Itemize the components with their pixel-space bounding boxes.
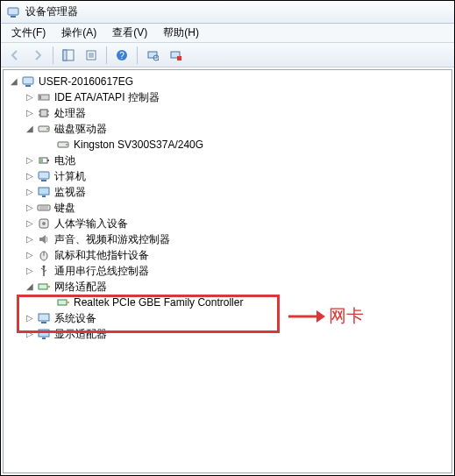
annotation-label: 网卡 bbox=[329, 304, 364, 328]
tree-item-label: 系统设备 bbox=[54, 310, 96, 326]
tree-item-label: 键盘 bbox=[54, 200, 75, 216]
scan-hardware-button[interactable] bbox=[142, 46, 163, 65]
usb-icon bbox=[37, 264, 51, 278]
computer-icon bbox=[37, 169, 51, 183]
svg-rect-29 bbox=[47, 160, 49, 161]
svg-rect-51 bbox=[42, 337, 46, 339]
keyboard-icon bbox=[37, 201, 51, 215]
svg-rect-46 bbox=[58, 300, 67, 305]
tree-item[interactable]: ▷ 声音、视频和游戏控制器 bbox=[5, 231, 451, 247]
svg-rect-10 bbox=[148, 52, 157, 58]
tree-item[interactable]: ▷ 人体学输入设备 bbox=[5, 216, 451, 231]
tree-child-item[interactable]: Kingston SV300S37A/240G bbox=[5, 137, 451, 153]
expand-icon[interactable]: ▷ bbox=[25, 187, 35, 197]
svg-rect-0 bbox=[8, 8, 18, 15]
svg-rect-45 bbox=[47, 286, 50, 288]
sound-icon bbox=[37, 232, 51, 246]
separator bbox=[137, 46, 138, 64]
tree-item[interactable]: ▷ 系统设备 bbox=[5, 310, 451, 326]
network-adapter-icon bbox=[37, 280, 51, 294]
expand-icon[interactable]: ▷ bbox=[25, 218, 35, 229]
svg-rect-44 bbox=[39, 284, 47, 289]
back-button bbox=[4, 46, 25, 65]
tree-item[interactable]: ▷ 计算机 bbox=[5, 168, 451, 184]
svg-rect-35 bbox=[38, 205, 50, 210]
tree-root[interactable]: ◢ USER-20160617EG bbox=[5, 74, 451, 89]
menu-view[interactable]: 查看(V) bbox=[105, 24, 154, 42]
tree-item-label: 显示适配器 bbox=[54, 326, 107, 342]
svg-rect-49 bbox=[41, 322, 46, 323]
tree-item[interactable]: ▷ IDE ATA/ATAPI 控制器 bbox=[5, 89, 451, 105]
expand-icon[interactable]: ▷ bbox=[25, 329, 35, 339]
collapse-icon[interactable]: ◢ bbox=[9, 76, 19, 87]
tree-item[interactable]: ◢ 磁盘驱动器 bbox=[5, 121, 451, 137]
show-hide-tree-button[interactable] bbox=[58, 46, 79, 65]
svg-rect-1 bbox=[11, 16, 16, 18]
svg-rect-31 bbox=[39, 172, 49, 179]
expand-icon[interactable]: ▷ bbox=[25, 171, 35, 181]
network-adapter-icon bbox=[56, 295, 70, 309]
svg-rect-47 bbox=[67, 302, 69, 303]
separator bbox=[106, 46, 107, 64]
monitor-icon bbox=[37, 185, 51, 199]
tree-item-label: 监视器 bbox=[54, 184, 86, 200]
hid-icon bbox=[37, 217, 51, 231]
menu-file[interactable]: 文件(F) bbox=[4, 24, 53, 42]
svg-rect-18 bbox=[39, 96, 41, 99]
menu-action[interactable]: 操作(A) bbox=[54, 24, 103, 42]
tree-item-label: 处理器 bbox=[54, 105, 86, 121]
menu-help[interactable]: 帮助(H) bbox=[156, 24, 206, 42]
device-tree[interactable]: ◢ USER-20160617EG ▷ IDE ATA/ATAPI 控制器 ▷ … bbox=[3, 69, 452, 473]
separator bbox=[53, 46, 53, 64]
ide-controller-icon bbox=[37, 90, 51, 104]
expand-icon[interactable]: ▷ bbox=[25, 313, 35, 323]
window-title: 设备管理器 bbox=[25, 4, 78, 19]
tree-item-label: 人体学输入设备 bbox=[54, 216, 128, 231]
expand-icon[interactable]: ▷ bbox=[25, 234, 35, 245]
cpu-icon bbox=[37, 106, 51, 120]
svg-point-27 bbox=[66, 144, 68, 146]
svg-point-39 bbox=[42, 222, 46, 225]
expand-icon[interactable]: ▷ bbox=[25, 202, 35, 213]
tree-root-label: USER-20160617EG bbox=[39, 74, 133, 89]
battery-icon bbox=[37, 153, 51, 167]
tree-item-label: 声音、视频和游戏控制器 bbox=[54, 231, 170, 247]
properties-button[interactable] bbox=[81, 46, 102, 65]
tree-item-label: IDE ATA/ATAPI 控制器 bbox=[54, 89, 160, 105]
collapse-icon[interactable]: ◢ bbox=[25, 281, 35, 292]
help-button[interactable]: ? bbox=[111, 46, 132, 65]
svg-rect-34 bbox=[42, 195, 46, 197]
tree-item[interactable]: ▷ 通用串行总线控制器 bbox=[5, 263, 451, 279]
expand-icon[interactable]: ▷ bbox=[25, 92, 35, 103]
tree-item-network[interactable]: ◢ 网络适配器 bbox=[5, 279, 451, 295]
titlebar: 设备管理器 bbox=[1, 1, 454, 24]
svg-rect-32 bbox=[41, 180, 46, 181]
device-manager-icon bbox=[6, 5, 20, 19]
tree-item[interactable]: ▷ 监视器 bbox=[5, 184, 451, 200]
tree-item-label: 电池 bbox=[54, 153, 75, 168]
tree-item[interactable]: ▷ 电池 bbox=[5, 153, 451, 168]
expand-icon[interactable]: ▷ bbox=[25, 155, 35, 166]
collapse-icon[interactable]: ◢ bbox=[25, 124, 35, 134]
tree-item[interactable]: ▷ 键盘 bbox=[5, 200, 451, 216]
expand-icon[interactable]: ▷ bbox=[25, 108, 35, 118]
expand-icon[interactable]: ▷ bbox=[25, 266, 35, 276]
tree-item[interactable]: ▷ 显示适配器 bbox=[5, 326, 451, 342]
svg-rect-14 bbox=[177, 56, 181, 60]
uninstall-button[interactable] bbox=[165, 46, 186, 65]
svg-point-25 bbox=[46, 128, 48, 130]
svg-rect-33 bbox=[39, 188, 49, 195]
tree-item[interactable]: ▷ 处理器 bbox=[5, 105, 451, 121]
mouse-icon bbox=[37, 248, 51, 262]
tree-item-label: 计算机 bbox=[54, 168, 86, 184]
svg-line-12 bbox=[158, 60, 159, 60]
system-device-icon bbox=[37, 311, 51, 325]
expand-icon[interactable]: ▷ bbox=[25, 250, 35, 260]
tree-child-item-network[interactable]: Realtek PCIe GBE Family Controller bbox=[5, 295, 451, 310]
tree-item[interactable]: ▷ 鼠标和其他指针设备 bbox=[5, 247, 451, 263]
svg-point-43 bbox=[43, 266, 46, 268]
display-adapter-icon bbox=[37, 327, 51, 341]
forward-button bbox=[27, 46, 48, 65]
tree-item-label: 鼠标和其他指针设备 bbox=[54, 247, 149, 263]
svg-rect-16 bbox=[25, 85, 31, 87]
